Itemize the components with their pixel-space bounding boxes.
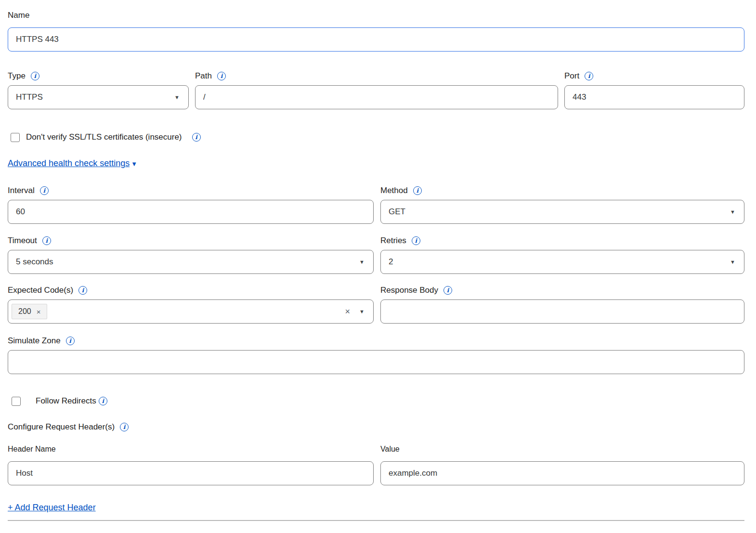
remove-tag-icon[interactable]: ×: [37, 308, 41, 315]
caret-down-icon[interactable]: ▼: [359, 309, 365, 314]
clear-all-icon[interactable]: ×: [345, 307, 351, 316]
header-name-label: Header Name: [8, 444, 374, 455]
simulate-zone-label-text: Simulate Zone: [8, 336, 61, 346]
expected-codes-label: Expected Code(s) i: [8, 284, 374, 297]
type-label-text: Type: [8, 71, 26, 81]
verify-ssl-info-icon[interactable]: i: [192, 133, 201, 142]
header-name-input[interactable]: [8, 461, 374, 485]
timeout-info-icon[interactable]: i: [42, 236, 51, 245]
method-info-icon[interactable]: i: [413, 186, 422, 195]
retries-field: Retries i 2 ▼: [380, 234, 744, 274]
follow-redirects-checkbox[interactable]: [12, 397, 21, 406]
simulate-zone-input[interactable]: [8, 350, 744, 374]
method-select[interactable]: GET ▼: [380, 200, 744, 224]
port-label-text: Port: [564, 71, 579, 81]
health-check-form: Name Type i HTTPS ▼ Path i Port i: [0, 0, 756, 521]
follow-redirects-row: Follow Redirects i: [8, 396, 744, 406]
path-info-icon[interactable]: i: [217, 72, 226, 80]
retries-label: Retries i: [380, 234, 744, 247]
interval-input[interactable]: [8, 200, 374, 224]
advanced-settings-row: Advanced health check settings▼: [8, 158, 744, 169]
timeout-select[interactable]: 5 seconds ▼: [8, 250, 374, 274]
header-name-label-text: Header Name: [8, 445, 56, 454]
header-value-field: Value: [380, 444, 744, 485]
method-label: Method i: [380, 184, 744, 197]
type-path-port-row: Type i HTTPS ▼ Path i Port i: [8, 69, 744, 109]
caret-down-icon: ▼: [359, 260, 365, 265]
add-header-row: + Add Request Header: [8, 503, 744, 513]
method-select-value: GET: [389, 207, 405, 217]
method-label-text: Method: [380, 186, 408, 195]
interval-info-icon[interactable]: i: [40, 186, 49, 195]
interval-label-text: Interval: [8, 186, 35, 195]
name-input[interactable]: [8, 27, 744, 52]
verify-ssl-checkbox[interactable]: [11, 133, 20, 142]
interval-label: Interval i: [8, 184, 374, 197]
caret-down-icon: ▼: [730, 260, 735, 265]
response-body-label: Response Body i: [380, 284, 744, 297]
follow-redirects-info-icon[interactable]: i: [99, 397, 107, 405]
retries-select-value: 2: [389, 257, 393, 267]
multiselect-controls: × ▼: [345, 307, 365, 316]
caret-down-icon: ▼: [730, 209, 735, 215]
timeout-retries-row: Timeout i 5 seconds ▼ Retries i 2 ▼: [8, 234, 744, 274]
simulate-zone-info-icon[interactable]: i: [66, 337, 75, 345]
simulate-zone-field: Simulate Zone i: [8, 334, 744, 374]
expected-code-tag: 200 ×: [12, 304, 47, 319]
header-value-input[interactable]: [380, 461, 744, 485]
configure-headers-label: Configure Request Header(s) i: [8, 420, 744, 433]
type-label: Type i: [8, 69, 189, 82]
configure-headers-info-icon[interactable]: i: [120, 423, 129, 431]
type-info-icon[interactable]: i: [31, 72, 39, 80]
timeout-label: Timeout i: [8, 234, 374, 247]
expected-codes-multiselect[interactable]: 200 × × ▼: [8, 299, 374, 324]
path-label-text: Path: [195, 71, 212, 81]
name-label: Name: [8, 9, 744, 22]
type-select-value: HTTPS: [16, 92, 43, 102]
response-body-label-text: Response Body: [380, 286, 438, 295]
caret-down-icon: ▼: [174, 95, 180, 100]
type-select[interactable]: HTTPS ▼: [8, 85, 189, 109]
timeout-label-text: Timeout: [8, 236, 37, 246]
timeout-select-value: 5 seconds: [16, 257, 53, 267]
simulate-zone-label: Simulate Zone i: [8, 334, 744, 347]
response-body-info-icon[interactable]: i: [443, 286, 452, 295]
interval-field: Interval i: [8, 184, 374, 224]
name-label-text: Name: [8, 11, 29, 20]
header-row: Header Name Value: [8, 444, 744, 485]
retries-info-icon[interactable]: i: [412, 236, 420, 245]
expected-codes-info-icon[interactable]: i: [78, 286, 87, 295]
path-input[interactable]: [195, 85, 558, 109]
response-body-input[interactable]: [380, 299, 744, 324]
header-value-label: Value: [380, 444, 744, 455]
method-field: Method i GET ▼: [380, 184, 744, 224]
port-label: Port i: [564, 69, 744, 82]
bottom-divider: [8, 520, 744, 521]
follow-redirects-label[interactable]: Follow Redirects: [36, 396, 96, 406]
expected-code-tag-text: 200: [18, 307, 31, 316]
header-value-label-text: Value: [380, 445, 400, 454]
follow-redirects-label-group: Follow Redirects i: [36, 396, 107, 406]
response-body-field: Response Body i: [380, 284, 744, 324]
header-name-field: Header Name: [8, 444, 374, 485]
verify-ssl-row: Don't verify SSL/TLS certificates (insec…: [8, 132, 744, 142]
retries-label-text: Retries: [380, 236, 406, 246]
advanced-settings-link[interactable]: Advanced health check settings: [8, 158, 130, 168]
path-label: Path i: [195, 69, 558, 82]
advanced-caret-down-icon: ▼: [131, 160, 137, 168]
retries-select[interactable]: 2 ▼: [380, 250, 744, 274]
port-field: Port i: [564, 69, 744, 109]
port-info-icon[interactable]: i: [585, 72, 593, 80]
expected-codes-label-text: Expected Code(s): [8, 286, 73, 295]
codes-body-row: Expected Code(s) i 200 × × ▼ Response Bo…: [8, 284, 744, 324]
interval-method-row: Interval i Method i GET ▼: [8, 184, 744, 224]
expected-codes-field: Expected Code(s) i 200 × × ▼: [8, 284, 374, 324]
verify-ssl-label[interactable]: Don't verify SSL/TLS certificates (insec…: [26, 132, 182, 142]
type-field: Type i HTTPS ▼: [8, 69, 189, 109]
add-request-header-link[interactable]: + Add Request Header: [8, 503, 96, 512]
timeout-field: Timeout i 5 seconds ▼: [8, 234, 374, 274]
port-input[interactable]: [564, 85, 744, 109]
configure-headers-label-text: Configure Request Header(s): [8, 422, 115, 432]
path-field: Path i: [195, 69, 558, 109]
